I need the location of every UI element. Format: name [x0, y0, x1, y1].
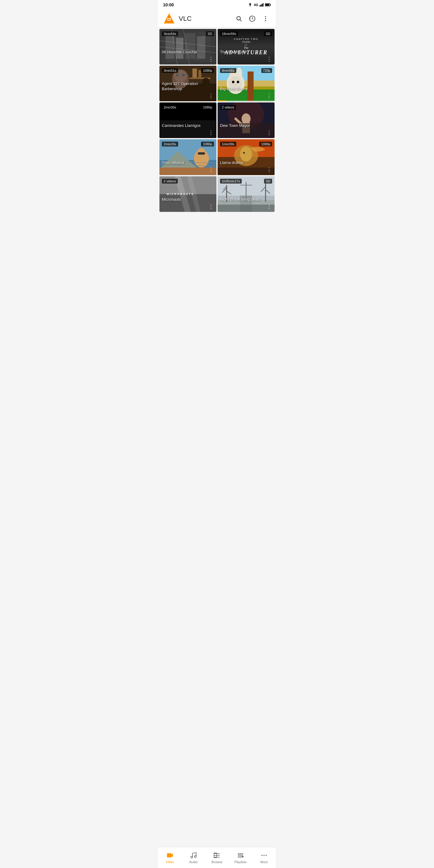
video-duration-adventurer: 18min59s	[220, 31, 238, 36]
video-title-agent327: Agent 327 Operation Barbershop	[162, 82, 207, 92]
video-overlay-dewtown: 2 videos Dew Town Mayor ⋮	[218, 102, 275, 138]
video-title-llamigos: Caminandes Llamigos	[162, 123, 207, 128]
signal-icon	[259, 3, 264, 7]
video-title-adventurer: The Adventurer	[220, 50, 266, 55]
video-more-button-hoochie[interactable]: ⋮	[207, 55, 215, 63]
video-more-button-nightliving[interactable]: ⋮	[265, 202, 273, 211]
progress-fill-bigbuckbunny	[218, 100, 226, 101]
svg-point-17	[265, 20, 266, 21]
video-duration-agent327: 3min51s	[162, 68, 178, 73]
video-card-hoochie[interactable]: 3min54s SD 06 Hoochie Coochie ⋮	[159, 29, 216, 64]
video-quality-llamadrama: 1080p	[259, 142, 272, 147]
video-quality-nightliving: SD	[264, 179, 272, 184]
video-title-hoochie: 06 Hoochie Coochie	[162, 50, 207, 55]
video-card-agent327[interactable]: 3min51s 1080p Agent 327 Operation Barber…	[159, 66, 216, 101]
history-button[interactable]	[247, 13, 258, 24]
more-vertical-icon	[262, 16, 269, 22]
video-overlay-hoochie: 3min54s SD 06 Hoochie Coochie ⋮	[159, 29, 216, 64]
video-more-button-grandillama[interactable]: ⋮	[207, 165, 215, 174]
svg-rect-3	[261, 4, 262, 6]
video-card-micronauts[interactable]: Micronauts 2 videos Micronauts ⋮	[159, 176, 216, 212]
video-duration-bigbuckbunny: 9min56s	[220, 68, 236, 73]
video-duration-hoochie: 3min54s	[162, 31, 178, 36]
svg-rect-7	[265, 4, 269, 6]
search-button[interactable]	[234, 13, 244, 24]
video-quality-adventurer: SD	[264, 31, 272, 36]
video-card-adventurer[interactable]: CHAPTER TWO Charlie as The ADVENTURER 18…	[218, 29, 275, 64]
video-card-dewtown[interactable]: 2 videos Dew Town Mayor ⋮	[218, 102, 275, 138]
video-title-bigbuckbunny: Big Buck Bunny	[220, 87, 266, 92]
video-more-button-llamadrama[interactable]: ⋮	[265, 165, 273, 174]
svg-point-16	[265, 18, 266, 19]
video-duration-grandillama: 2min26s	[162, 142, 178, 147]
signal-4g: 4G	[254, 3, 258, 7]
progress-bar-bigbuckbunny	[218, 100, 275, 101]
video-overlay-grandillama: 2min26s 1080p Gran dillama ⋮	[159, 139, 216, 175]
svg-rect-11	[168, 19, 169, 20]
video-more-button-bigbuckbunny[interactable]: ⋮	[265, 92, 273, 100]
video-quality-bigbuckbunny: 720p	[261, 68, 272, 73]
video-quality-grandillama: 1080p	[201, 142, 214, 147]
video-more-button-dewtown[interactable]: ⋮	[265, 128, 273, 137]
video-overlay-llamadrama: 1min30s 1080p Llama drama ⋮	[218, 139, 275, 175]
video-duration-llamadrama: 1min30s	[220, 142, 236, 147]
svg-rect-1	[259, 5, 260, 6]
video-more-button-adventurer[interactable]: ⋮	[265, 55, 273, 63]
video-card-bigbuckbunny[interactable]: 9min56s 720p Big Buck Bunny ⋮	[218, 66, 275, 101]
svg-point-15	[265, 16, 266, 17]
video-card-llamigos[interactable]: 2min30s 1080p Caminandes Llamigos ⋮	[159, 102, 216, 138]
svg-rect-2	[261, 4, 261, 6]
video-overlay-nightliving: 1h35min17s SD Night of the living dead ⋮	[218, 176, 275, 212]
svg-line-14	[240, 20, 241, 21]
video-duration-nightliving: 1h35min17s	[220, 179, 242, 184]
video-title-nightliving: Night of the living dead	[220, 197, 266, 202]
video-title-micronauts: Micronauts	[162, 197, 207, 202]
video-more-button-micronauts[interactable]: ⋮	[207, 202, 215, 211]
app-bar: VLC	[158, 10, 276, 28]
svg-rect-10	[167, 18, 171, 21]
app-bar-actions	[234, 13, 271, 24]
video-overlay-agent327: 3min51s 1080p Agent 327 Operation Barber…	[159, 66, 216, 101]
vlc-logo	[163, 13, 175, 25]
svg-rect-12	[169, 19, 170, 20]
video-more-button-agent327[interactable]: ⋮	[207, 92, 215, 100]
svg-point-13	[237, 16, 241, 20]
video-overlay-llamigos: 2min30s 1080p Caminandes Llamigos ⋮	[159, 102, 216, 138]
video-card-grandillama[interactable]: 2min26s 1080p Gran dillama ⋮	[159, 139, 216, 175]
status-time: 10:00	[163, 2, 174, 7]
search-icon	[236, 16, 242, 22]
overflow-menu-button[interactable]	[260, 13, 271, 24]
video-more-button-llamigos[interactable]: ⋮	[207, 128, 215, 137]
content-area: 3min54s SD 06 Hoochie Coochie ⋮ CHAPTER …	[158, 28, 276, 213]
video-duration-micronauts: 2 videos	[162, 179, 178, 184]
status-bar: 10:00 4G	[158, 0, 276, 10]
status-icons: 4G	[248, 3, 271, 7]
video-duration-dewtown: 2 videos	[220, 105, 236, 110]
video-overlay-adventurer: 18min59s SD The Adventurer ⋮	[218, 29, 275, 64]
video-duration-llamigos: 2min30s	[162, 105, 178, 110]
video-grid: 3min54s SD 06 Hoochie Coochie ⋮ CHAPTER …	[158, 28, 276, 213]
svg-rect-4	[263, 3, 264, 6]
history-icon	[249, 16, 255, 22]
video-quality-hoochie: SD	[206, 31, 214, 36]
video-card-nightliving[interactable]: 1h35min17s SD Night of the living dead ⋮	[218, 176, 275, 212]
wifi-icon	[248, 3, 253, 7]
battery-icon	[265, 3, 271, 7]
svg-rect-6	[270, 4, 271, 5]
video-title-grandillama: Gran dillama	[162, 160, 207, 165]
app-title: VLC	[179, 15, 230, 23]
video-overlay-bigbuckbunny: 9min56s 720p Big Buck Bunny ⋮	[218, 66, 275, 101]
video-quality-llamigos: 1080p	[201, 105, 214, 110]
video-quality-agent327: 1080p	[201, 68, 214, 73]
video-card-llamadrama[interactable]: 1min30s 1080p Llama drama ⋮	[218, 139, 275, 175]
video-title-dewtown: Dew Town Mayor	[220, 123, 266, 128]
video-overlay-micronauts: 2 videos Micronauts ⋮	[159, 176, 216, 212]
video-title-llamadrama: Llama drama	[220, 160, 266, 165]
